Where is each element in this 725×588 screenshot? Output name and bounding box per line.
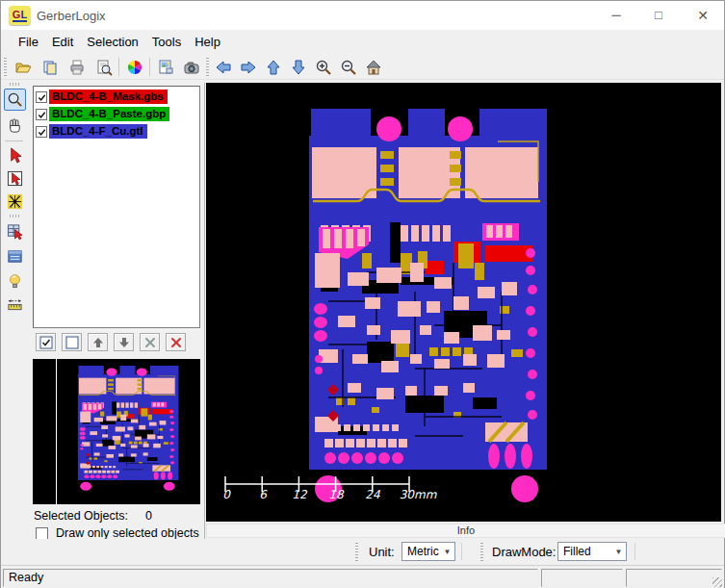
toolbar-grip[interactable]: [206, 58, 209, 76]
gerberlogix-window: GL GerberLogix ─ □ ✕ File Edit Selection…: [0, 0, 725, 588]
remove-all-layers-button[interactable]: [166, 333, 186, 351]
info-bar: Info: [206, 524, 725, 538]
ruler-label: 18: [328, 488, 343, 501]
thumbnail-preview[interactable]: [33, 359, 200, 504]
open-button[interactable]: [12, 56, 35, 78]
options-grip[interactable]: [355, 543, 358, 561]
layer-list[interactable]: BLDC_4-B_Mask.gbs BLDC_4-B_Paste.gbp BLD…: [33, 86, 200, 328]
chevron-down-icon: ▼: [440, 548, 454, 556]
menu-selection[interactable]: Selection: [80, 32, 144, 52]
tool-strip-separator: [5, 141, 23, 141]
drawmode-select[interactable]: Filled ▼: [557, 542, 627, 561]
toolbar-grip[interactable]: [4, 58, 7, 76]
options-separator: [461, 543, 462, 560]
panel-divider[interactable]: [204, 83, 205, 564]
layer-label[interactable]: BLDC_4-B_Mask.gbs: [49, 89, 168, 104]
select-report-tool-button[interactable]: [4, 220, 26, 243]
title-bar[interactable]: GL GerberLogix ─ □ ✕: [1, 1, 724, 30]
export-image-button[interactable]: [154, 56, 177, 78]
remove-layer-button[interactable]: [140, 333, 160, 351]
options-bar: Unit: Metric ▼ DrawMode: Filled ▼: [1, 539, 724, 564]
layer-up-button[interactable]: [88, 333, 108, 351]
layer-label[interactable]: BLDC_4-B_Paste.gbp: [49, 107, 169, 121]
thumbnail-view-marker: [56, 359, 57, 504]
options-separator: [634, 543, 635, 560]
resize-grip[interactable]: [712, 577, 722, 587]
menu-bar: File Edit Selection Tools Help: [1, 30, 724, 54]
pan-left-button[interactable]: [212, 56, 235, 78]
pan-right-button[interactable]: [237, 56, 260, 78]
layer-row[interactable]: BLDC_4-F_Cu.gtl: [36, 123, 199, 140]
layer-toolbar: [36, 333, 186, 351]
ruler-label: 6: [259, 488, 267, 501]
menu-edit[interactable]: Edit: [45, 32, 80, 52]
main-toolbar: [1, 54, 724, 80]
toolbar-separator: [149, 58, 150, 76]
snapshot-button[interactable]: [180, 56, 203, 78]
ruler-label: 0: [222, 488, 230, 501]
zoom-tool-button[interactable]: [4, 89, 26, 111]
layer-row[interactable]: BLDC_4-B_Mask.gbs: [36, 89, 199, 105]
uncheck-all-button[interactable]: [62, 333, 82, 351]
chevron-down-icon: ▼: [611, 548, 626, 556]
status-message: Ready: [3, 569, 538, 587]
window-title: GerberLogix: [37, 9, 106, 23]
selected-objects-row: Selected Objects: 0: [34, 509, 152, 523]
drawmode-label: DrawMode:: [492, 545, 556, 559]
status-bar: Ready: [1, 565, 724, 588]
layer-checkbox[interactable]: [36, 109, 47, 120]
zoom-in-button[interactable]: [312, 56, 335, 78]
ruler-label: 24: [365, 488, 379, 501]
pan-up-button[interactable]: [262, 56, 285, 78]
maximize-button[interactable]: □: [638, 1, 679, 30]
close-button[interactable]: ✕: [681, 1, 725, 30]
app-logo-icon: GL: [9, 6, 31, 25]
color-wheel-button[interactable]: [123, 56, 146, 78]
selected-objects-label: Selected Objects:: [34, 509, 128, 523]
draw-only-row[interactable]: Draw only selected objects: [36, 526, 199, 540]
draw-only-label: Draw only selected objects: [56, 526, 199, 540]
zoom-home-button[interactable]: [362, 56, 385, 78]
status-panel: [626, 569, 722, 587]
layer-checkbox[interactable]: [36, 91, 47, 103]
status-panel: [541, 569, 623, 587]
menu-help[interactable]: Help: [188, 32, 227, 52]
layer-row[interactable]: BLDC_4-B_Paste.gbp: [36, 106, 199, 122]
light-tool-button[interactable]: [4, 269, 26, 292]
menu-tools[interactable]: Tools: [145, 32, 188, 52]
drawmode-value: Filled: [563, 545, 591, 558]
layer-label[interactable]: BLDC_4-F_Cu.gtl: [49, 124, 147, 139]
export-copy-button[interactable]: [39, 56, 62, 78]
selected-objects-value: 0: [145, 509, 152, 523]
layer-down-button[interactable]: [114, 333, 134, 351]
unit-label: Unit:: [369, 545, 395, 559]
unit-select[interactable]: Metric ▼: [401, 542, 455, 561]
print-button[interactable]: [65, 56, 89, 78]
select-tool-button[interactable]: [4, 144, 26, 166]
pan-down-button[interactable]: [287, 56, 310, 78]
check-all-button[interactable]: [36, 333, 56, 351]
draw-only-checkbox[interactable]: [36, 527, 48, 540]
unit-value: Metric: [407, 545, 439, 558]
layer-checkbox[interactable]: [36, 126, 47, 138]
highlight-tool-button[interactable]: [4, 191, 26, 213]
pcb-render: [206, 83, 721, 522]
measure-tool-button[interactable]: [4, 293, 26, 315]
toolbar-separator: [118, 58, 119, 76]
minimize-button[interactable]: ─: [596, 1, 636, 30]
thumbnail-pcb-render: [33, 359, 200, 504]
viewer-canvas[interactable]: 0 6 12 18 24 30mm: [206, 83, 721, 522]
menu-file[interactable]: File: [12, 32, 45, 52]
zoom-out-button[interactable]: [337, 56, 360, 78]
pan-tool-button[interactable]: [4, 115, 26, 137]
report-tool-button[interactable]: [4, 245, 26, 268]
print-preview-button[interactable]: [92, 56, 116, 78]
tool-strip-grip[interactable]: [10, 215, 19, 217]
options-grip[interactable]: [480, 543, 483, 561]
select-area-tool-button[interactable]: [4, 167, 26, 190]
tool-strip: [1, 80, 28, 564]
ruler-label: 30mm: [400, 488, 437, 501]
ruler-label: 12: [292, 488, 306, 501]
tool-strip-grip[interactable]: [10, 83, 19, 86]
